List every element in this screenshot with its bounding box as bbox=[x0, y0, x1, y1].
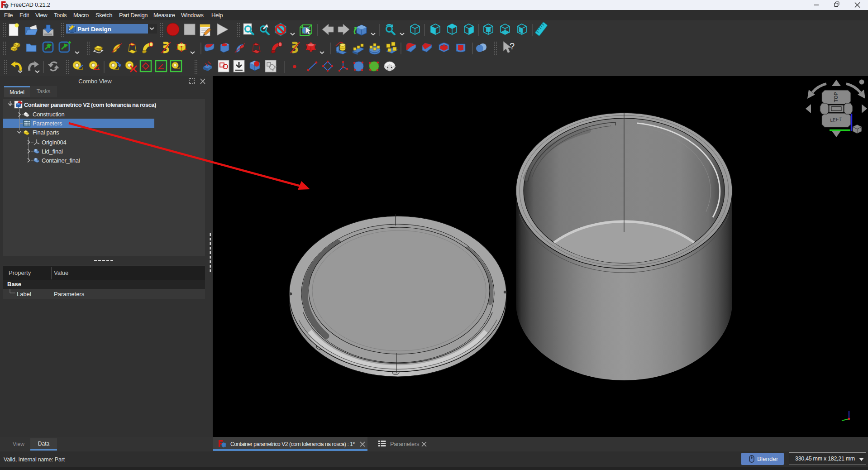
svg-text:Part Design: Part Design bbox=[77, 26, 111, 33]
svg-text:?: ? bbox=[510, 41, 515, 51]
svg-text:LEFT: LEFT bbox=[830, 116, 842, 123]
svg-text:TOP: TOP bbox=[833, 92, 839, 102]
